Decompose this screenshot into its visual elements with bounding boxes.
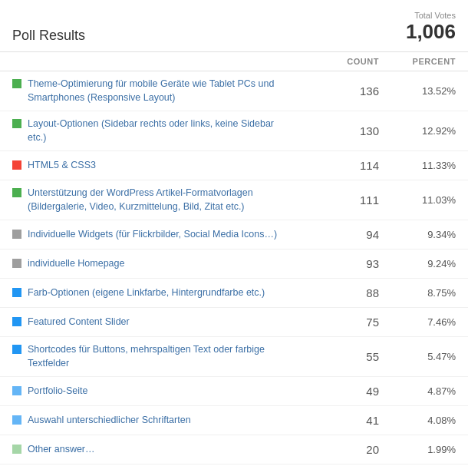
col-count-header: COUNT	[287, 57, 379, 66]
table-row: Other answer… 20 1.99%	[0, 435, 468, 464]
row-count: 93	[287, 257, 379, 270]
row-color-icon	[12, 188, 21, 197]
row-count: 114	[287, 159, 379, 172]
row-percent: 8.75%	[379, 287, 456, 299]
row-count: 94	[287, 228, 379, 241]
row-count: 88	[287, 286, 379, 299]
table-row: individuelle Homepage 93 9.24%	[0, 250, 468, 279]
row-color-icon	[12, 160, 21, 170]
row-percent: 11.03%	[379, 194, 456, 206]
row-text: Other answer…	[28, 443, 95, 457]
row-color-icon	[12, 259, 21, 268]
row-color-icon	[12, 230, 21, 239]
row-percent: 13.52%	[379, 85, 456, 97]
col-percent-header: PERCENT	[379, 57, 456, 66]
row-count: 49	[287, 385, 379, 398]
row-label: Shortcodes für Buttons, mehrspaltigen Te…	[12, 343, 287, 370]
row-percent: 11.33%	[379, 160, 456, 171]
row-text: Layout-Optionen (Sidebar rechts oder lin…	[28, 117, 279, 144]
row-label: Theme-Optimierung für mobile Geräte wie …	[12, 78, 287, 104]
table-row: Featured Content Slider 75 7.46%	[0, 308, 468, 337]
table-row: Shortcodes für Buttons, mehrspaltigen Te…	[0, 337, 468, 377]
row-label: individuelle Homepage	[12, 257, 287, 271]
row-text: Portfolio-Seite	[28, 385, 88, 398]
table-row: Unterstützung der WordPress Artikel-Form…	[0, 180, 468, 220]
row-percent: 4.87%	[379, 385, 456, 397]
row-label: Auswahl unterschiedlicher Schriftarten	[12, 414, 287, 428]
row-label: Featured Content Slider	[12, 316, 287, 329]
poll-header: Poll Results Total Votes 1,006	[0, 0, 468, 52]
total-votes-container: Total Votes 1,006	[406, 11, 456, 44]
row-text: Theme-Optimierung für mobile Geräte wie …	[28, 78, 279, 104]
row-text: Featured Content Slider	[28, 316, 130, 329]
table-body: Theme-Optimierung für mobile Geräte wie …	[0, 71, 468, 464]
row-label: Other answer…	[12, 443, 287, 457]
row-color-icon	[12, 445, 21, 454]
total-votes-number: 1,006	[406, 20, 456, 43]
row-label: Portfolio-Seite	[12, 385, 287, 398]
poll-title: Poll Results	[12, 28, 85, 44]
table-row: HTML5 & CSS3 114 11.33%	[0, 151, 468, 180]
row-count: 75	[287, 316, 379, 329]
table-row: Auswahl unterschiedlicher Schriftarten 4…	[0, 406, 468, 435]
row-count: 41	[287, 414, 379, 427]
row-percent: 9.34%	[379, 229, 456, 240]
row-text: individuelle Homepage	[28, 257, 124, 271]
row-label: Layout-Optionen (Sidebar rechts oder lin…	[12, 117, 287, 144]
total-votes-label: Total Votes	[406, 11, 456, 20]
row-count: 55	[287, 350, 379, 363]
table-row: Individuelle Widgets (für Flickrbilder, …	[0, 220, 468, 250]
row-count: 20	[287, 443, 379, 456]
row-color-icon	[12, 386, 21, 395]
table-row: Portfolio-Seite 49 4.87%	[0, 377, 468, 406]
row-percent: 7.46%	[379, 316, 456, 328]
row-count: 130	[287, 124, 379, 137]
row-label: HTML5 & CSS3	[12, 159, 287, 173]
row-text: HTML5 & CSS3	[28, 159, 96, 173]
row-text: Individuelle Widgets (für Flickrbilder, …	[28, 228, 277, 242]
row-text: Auswahl unterschiedlicher Schriftarten	[28, 414, 191, 428]
row-label: Unterstützung der WordPress Artikel-Form…	[12, 187, 287, 213]
table-row: Theme-Optimierung für mobile Geräte wie …	[0, 71, 468, 111]
row-percent: 1.99%	[379, 444, 456, 455]
table-row: Layout-Optionen (Sidebar rechts oder lin…	[0, 111, 468, 151]
row-percent: 5.47%	[379, 351, 456, 362]
row-label: Farb-Optionen (eigene Linkfarbe, Hinterg…	[12, 286, 287, 300]
table-row: Farb-Optionen (eigene Linkfarbe, Hinterg…	[0, 279, 468, 308]
row-count: 136	[287, 84, 379, 98]
row-label: Individuelle Widgets (für Flickrbilder, …	[12, 228, 287, 242]
row-color-icon	[12, 288, 21, 297]
row-text: Unterstützung der WordPress Artikel-Form…	[28, 187, 279, 213]
table-header-row: COUNT PERCENT	[0, 52, 468, 71]
row-text: Farb-Optionen (eigene Linkfarbe, Hinterg…	[28, 286, 265, 300]
row-color-icon	[12, 415, 21, 425]
row-color-icon	[12, 317, 21, 326]
row-color-icon	[12, 79, 21, 88]
row-percent: 9.24%	[379, 258, 456, 269]
row-color-icon	[12, 119, 21, 128]
row-color-icon	[12, 345, 21, 354]
row-text: Shortcodes für Buttons, mehrspaltigen Te…	[28, 343, 279, 370]
row-count: 111	[287, 193, 379, 207]
row-percent: 4.08%	[379, 415, 456, 426]
row-percent: 12.92%	[379, 125, 456, 137]
col-label-header	[12, 57, 287, 66]
